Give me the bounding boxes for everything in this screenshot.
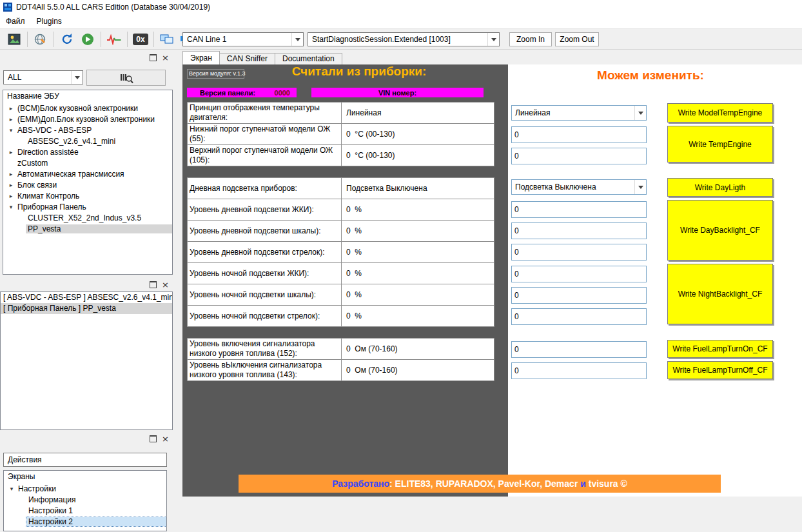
ecu-filter-value: ALL — [4, 73, 71, 82]
ecu-tree-header: Название ЭБУ — [3, 90, 172, 103]
tree-item-bcm[interactable]: ▸(BCM)Блок кузовной электроники — [3, 103, 172, 113]
write-select-day-light[interactable]: Подсветка Выключена — [511, 179, 647, 195]
param-label-cell: Дневная подсветка приборов: — [187, 177, 342, 199]
write-field-day-needle[interactable] — [511, 244, 647, 261]
tree-item-direction[interactable]: ▸Direction assistée — [3, 146, 172, 157]
hex-mode-button[interactable]: 0x — [130, 30, 151, 49]
dock-float-button[interactable] — [150, 435, 157, 442]
edit-mode-button[interactable] — [30, 30, 51, 49]
write-dayligth-button[interactable]: Write DayLigth — [667, 178, 773, 197]
menu-plugins[interactable]: Plugins — [31, 15, 68, 28]
tree-item-comm[interactable]: ▸Блок связи — [3, 179, 172, 190]
chevron-collapsed-icon[interactable]: ▸ — [6, 149, 15, 155]
tree-item-climate[interactable]: ▸Климат Контроль — [3, 190, 172, 201]
write-select-model-temp[interactable]: Линейная — [511, 105, 647, 121]
panel-version-bar: Версия панели: 0000 — [187, 88, 297, 97]
tree-item-information[interactable]: Информация — [4, 494, 166, 505]
write-field-night-lcd[interactable] — [511, 266, 647, 282]
param-value-cell: 0 % — [341, 284, 494, 306]
tab-documentation[interactable]: Documentation — [275, 53, 342, 64]
app-window: DDT4All 5.5.0 ALL CARS Edition (Database… — [0, 0, 802, 532]
monitor-button[interactable] — [104, 30, 124, 49]
param-label-cell: Уровень вЫключения сигнализатора низкого… — [187, 359, 342, 381]
tree-item-emm[interactable]: ▸(EMM)Доп.Блок кузовной электроники — [3, 113, 172, 124]
write-field-night-scale[interactable] — [511, 287, 647, 304]
tree-item-settings-2[interactable]: Настройки 2 — [4, 516, 166, 527]
tree-item-cluster-group[interactable]: ▾Приборная Панель — [3, 201, 172, 212]
write-field-day-scale[interactable] — [511, 222, 647, 239]
tree-item-settings-1[interactable]: Настройки 1 — [4, 505, 166, 516]
write-daybacklight-button[interactable]: Write DayBacklight_CF — [667, 200, 773, 261]
tree-item-settings[interactable]: ▾Настройки — [4, 483, 166, 494]
dock-close-button[interactable]: × — [162, 55, 169, 61]
chevron-down-icon — [634, 180, 646, 194]
globe-edit-icon — [34, 33, 47, 46]
chevron-collapsed-icon[interactable]: ▸ — [6, 193, 15, 199]
chevron-collapsed-icon[interactable]: ▸ — [6, 105, 15, 112]
modules-list-panel: [ ABS-VDC - ABS-ESP ] ABSESC_v2.6_v4.1_m… — [0, 291, 173, 430]
write-fuellampturnoff-button[interactable]: Write FuelLampTurnOff_CF — [667, 361, 773, 379]
hex-icon: 0x — [133, 34, 148, 45]
session-value: StartDiagnosticSession.Extended [1003] — [308, 35, 487, 44]
param-label-cell: Уровень дневной подсветки стрелок): — [187, 241, 342, 263]
param-value-cell: 0 % — [341, 305, 494, 327]
vin-label: VIN номер: — [378, 89, 416, 97]
screens-view-button[interactable] — [157, 30, 177, 49]
menu-bar: Файл Plugins — [0, 14, 802, 29]
dock-close-button[interactable]: × — [162, 282, 169, 288]
dock-float-button[interactable] — [150, 281, 157, 288]
ecu-filter-combo[interactable]: ALL — [3, 70, 83, 84]
ecu-dock-header: × — [0, 53, 174, 63]
param-label-cell: Нижний порог ступенчатой модели ОЖ (55): — [187, 123, 342, 145]
tree-item-pp-vesta[interactable]: PP_vesta — [3, 223, 172, 234]
module-list-item-selected[interactable]: [ Приборная Панель ] PP_vesta — [1, 303, 172, 314]
module-version-badge: Версия модуля: v.1.3 — [187, 69, 244, 79]
actions-label-box[interactable]: Действия — [3, 453, 167, 467]
param-label-cell: Уровень ночной подсветки ЖКИ): — [187, 262, 342, 284]
write-field-day-lcd[interactable] — [511, 201, 647, 218]
dock-close-button[interactable]: × — [162, 436, 169, 442]
write-field-high-threshold[interactable] — [511, 148, 647, 164]
session-combo[interactable]: StartDiagnosticSession.Extended [1003] — [308, 32, 500, 46]
tree-item-abs[interactable]: ▾ABS-VDC - ABS-ESP — [3, 124, 172, 135]
menu-file[interactable]: Файл — [0, 15, 31, 28]
ecu-search-button[interactable] — [86, 70, 166, 86]
param-value-cell: 0 °C (00-130) — [341, 123, 494, 145]
ecu-tree-panel: Название ЭБУ ▸(BCM)Блок кузовной электро… — [3, 90, 173, 275]
tab-screen[interactable]: Экран — [182, 51, 220, 64]
chevron-expanded-icon[interactable]: ▾ — [6, 204, 15, 210]
write-field-fuel-off[interactable] — [511, 362, 647, 379]
write-fuellampturnon-button[interactable]: Write FuelLampTurnOn_CF — [667, 340, 773, 358]
chevron-down-icon — [291, 33, 303, 46]
chevron-expanded-icon[interactable]: ▾ — [6, 127, 15, 133]
zoom-in-button[interactable]: Zoom In — [509, 32, 552, 46]
toolbar-separator — [27, 32, 28, 47]
param-label-cell: Уровень включения сигнализатора низкого … — [187, 338, 342, 360]
screenshot-button[interactable] — [4, 30, 24, 49]
zoom-out-button[interactable]: Zoom Out — [555, 32, 599, 46]
can-line-combo[interactable]: CAN Line 1 — [182, 32, 304, 46]
chevron-expanded-icon[interactable]: ▾ — [7, 486, 16, 492]
chevron-collapsed-icon[interactable]: ▸ — [6, 116, 15, 123]
module-list-item[interactable]: [ ABS-VDC - ABS-ESP ] ABSESC_v2.6_v4.1_m… — [1, 292, 172, 303]
param-value-cell: 0 Ом (70-160) — [341, 359, 494, 381]
vin-bar: VIN номер: — [311, 88, 484, 97]
write-field-low-threshold[interactable] — [511, 126, 647, 143]
tab-can-sniffer[interactable]: CAN Sniffer — [219, 53, 275, 64]
credits-part: и — [580, 478, 586, 489]
connect-button[interactable] — [77, 30, 98, 49]
tree-item-absesc[interactable]: ABSESC_v2.6_v4.1_mini — [3, 135, 172, 146]
write-tempengine-button[interactable]: Write TempEngine — [667, 126, 773, 163]
chevron-collapsed-icon[interactable]: ▸ — [6, 182, 15, 188]
tree-item-transmission[interactable]: ▸Автоматическая трансмиссия — [3, 168, 172, 179]
write-modeltempengine-button[interactable]: Write ModelTempEngine — [667, 103, 773, 123]
screens-tree-panel: Экраны ▾Настройки Информация Настройки 1… — [3, 470, 167, 531]
write-field-fuel-on[interactable] — [511, 341, 647, 358]
refresh-button[interactable] — [57, 30, 77, 49]
dock-float-button[interactable] — [150, 54, 157, 61]
tree-item-cluster-x52[interactable]: CLUSTER_X52_2nd_Indus_v3.5 — [3, 212, 172, 223]
write-nightbacklight-button[interactable]: Write NightBacklight_CF — [667, 264, 773, 324]
tree-item-zcustom[interactable]: zCustom — [3, 157, 172, 168]
chevron-collapsed-icon[interactable]: ▸ — [6, 171, 15, 177]
write-field-night-needle[interactable] — [511, 308, 647, 325]
